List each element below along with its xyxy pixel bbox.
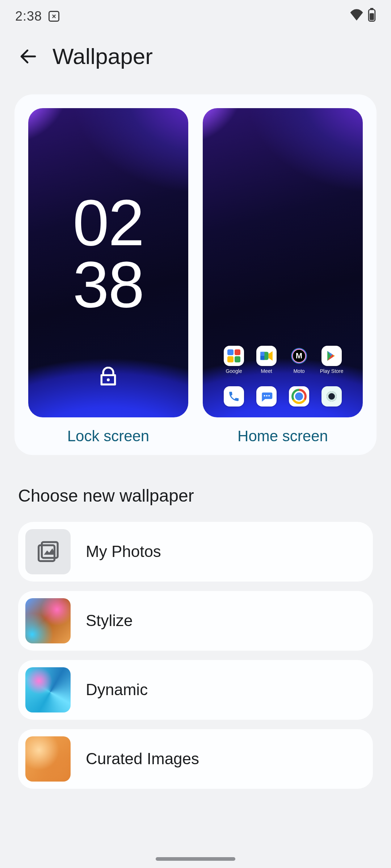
app-phone: [224, 386, 244, 407]
play-store-icon: [321, 346, 342, 366]
app-google: Google: [224, 346, 244, 374]
wallpaper-preview-card: 02 38 Lock screen Google: [14, 94, 377, 455]
svg-rect-5: [260, 352, 264, 356]
dynamic-thumb: [25, 667, 71, 712]
svg-point-9: [268, 395, 270, 396]
category-label: Dynamic: [86, 681, 148, 699]
status-time: 2:38: [15, 9, 42, 24]
app-label: Meet: [261, 368, 272, 374]
svg-point-8: [266, 395, 268, 396]
curated-images-thumb: [25, 736, 71, 782]
google-folder-icon: [224, 346, 244, 366]
chrome-icon: [289, 386, 309, 407]
home-screen-preview[interactable]: Google Meet M Moto: [203, 108, 363, 417]
meet-icon: [256, 346, 277, 366]
category-label: Stylize: [86, 612, 133, 630]
stylize-thumb: [25, 598, 71, 643]
app-chrome: [289, 386, 309, 407]
page-title: Wallpaper: [52, 43, 153, 69]
app-moto: M Moto: [289, 346, 309, 374]
lock-screen-preview-col: 02 38 Lock screen: [28, 108, 188, 445]
app-play-store: Play Store: [320, 346, 344, 374]
svg-point-7: [264, 395, 265, 396]
camera-icon: [321, 386, 342, 407]
app-messages: [256, 386, 277, 407]
messages-icon: [256, 386, 277, 407]
status-bar: 2:38 ×: [0, 0, 391, 33]
category-my-photos[interactable]: My Photos: [18, 522, 373, 582]
lock-screen-preview[interactable]: 02 38: [28, 108, 188, 417]
category-label: My Photos: [86, 542, 161, 561]
category-stylize[interactable]: Stylize: [18, 591, 373, 651]
lock-clock-hour: 02: [73, 192, 144, 254]
svg-point-3: [107, 378, 110, 381]
home-screen-preview-col: Google Meet M Moto: [203, 108, 363, 445]
lock-screen-caption: Lock screen: [67, 427, 149, 445]
back-button[interactable]: [18, 46, 38, 66]
category-list: My Photos Stylize Dynamic Curated Images: [18, 522, 373, 789]
app-header: Wallpaper: [0, 33, 391, 94]
category-curated-images[interactable]: Curated Images: [18, 729, 373, 789]
my-photos-thumb: [25, 529, 71, 574]
category-label: Curated Images: [86, 750, 199, 768]
battery-icon: [368, 8, 376, 25]
dismiss-icon: ×: [49, 11, 59, 22]
app-label: Moto: [293, 368, 304, 374]
app-camera: [321, 386, 342, 407]
app-label: Play Store: [320, 368, 344, 374]
app-label: Google: [226, 368, 242, 374]
home-screen-apps: Google Meet M Moto: [203, 346, 363, 407]
photo-library-icon: [35, 539, 61, 564]
wifi-icon: [350, 9, 363, 24]
nav-handle[interactable]: [156, 857, 235, 861]
section-title: Choose new wallpaper: [18, 486, 373, 506]
svg-rect-6: [260, 356, 264, 360]
category-dynamic[interactable]: Dynamic: [18, 660, 373, 720]
phone-icon: [224, 386, 244, 407]
svg-rect-2: [370, 13, 374, 20]
home-screen-caption: Home screen: [237, 427, 328, 445]
arrow-left-icon: [19, 47, 37, 65]
app-meet: Meet: [256, 346, 277, 374]
lock-icon: [98, 367, 118, 388]
lock-clock-minute: 38: [73, 254, 144, 315]
moto-icon: M: [289, 346, 309, 366]
lock-screen-clock: 02 38: [73, 192, 144, 315]
